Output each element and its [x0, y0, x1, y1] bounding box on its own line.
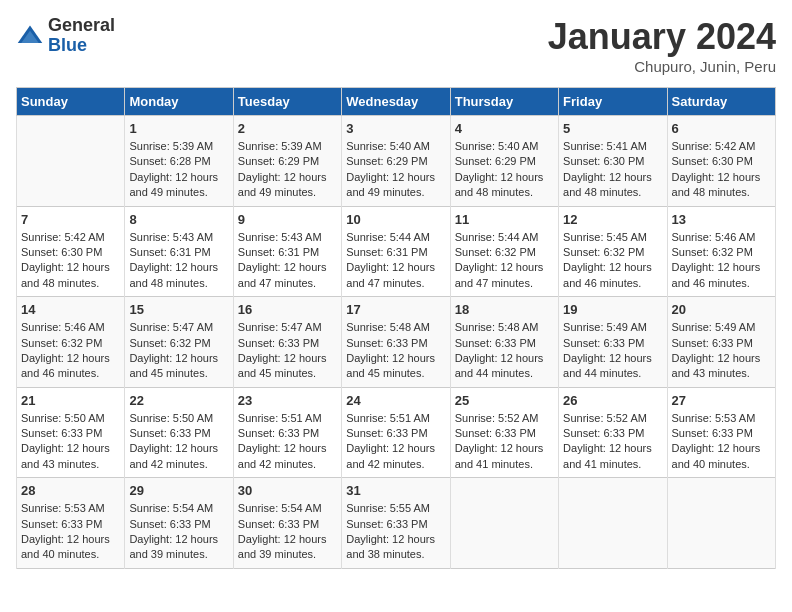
calendar-cell: 4Sunrise: 5:40 AM Sunset: 6:29 PM Daylig… — [450, 116, 558, 207]
day-number: 6 — [672, 121, 771, 136]
calendar-cell — [559, 478, 667, 569]
calendar-cell: 29Sunrise: 5:54 AM Sunset: 6:33 PM Dayli… — [125, 478, 233, 569]
day-number: 12 — [563, 212, 662, 227]
page-header: General Blue January 2024 Chupuro, Junin… — [16, 16, 776, 75]
logo-general: General — [48, 16, 115, 36]
day-number: 16 — [238, 302, 337, 317]
col-header-wednesday: Wednesday — [342, 88, 450, 116]
week-row-4: 21Sunrise: 5:50 AM Sunset: 6:33 PM Dayli… — [17, 387, 776, 478]
calendar-cell: 26Sunrise: 5:52 AM Sunset: 6:33 PM Dayli… — [559, 387, 667, 478]
day-info: Sunrise: 5:40 AM Sunset: 6:29 PM Dayligh… — [455, 139, 554, 201]
calendar-cell: 15Sunrise: 5:47 AM Sunset: 6:32 PM Dayli… — [125, 297, 233, 388]
calendar-cell: 20Sunrise: 5:49 AM Sunset: 6:33 PM Dayli… — [667, 297, 775, 388]
calendar-cell: 7Sunrise: 5:42 AM Sunset: 6:30 PM Daylig… — [17, 206, 125, 297]
week-row-3: 14Sunrise: 5:46 AM Sunset: 6:32 PM Dayli… — [17, 297, 776, 388]
day-info: Sunrise: 5:55 AM Sunset: 6:33 PM Dayligh… — [346, 501, 445, 563]
calendar-cell: 31Sunrise: 5:55 AM Sunset: 6:33 PM Dayli… — [342, 478, 450, 569]
calendar-cell: 21Sunrise: 5:50 AM Sunset: 6:33 PM Dayli… — [17, 387, 125, 478]
day-number: 2 — [238, 121, 337, 136]
week-row-5: 28Sunrise: 5:53 AM Sunset: 6:33 PM Dayli… — [17, 478, 776, 569]
logo-blue-text: Blue — [48, 36, 115, 56]
day-info: Sunrise: 5:47 AM Sunset: 6:32 PM Dayligh… — [129, 320, 228, 382]
day-number: 7 — [21, 212, 120, 227]
header-row: SundayMondayTuesdayWednesdayThursdayFrid… — [17, 88, 776, 116]
calendar-cell: 9Sunrise: 5:43 AM Sunset: 6:31 PM Daylig… — [233, 206, 341, 297]
col-header-thursday: Thursday — [450, 88, 558, 116]
day-info: Sunrise: 5:43 AM Sunset: 6:31 PM Dayligh… — [129, 230, 228, 292]
calendar-cell: 5Sunrise: 5:41 AM Sunset: 6:30 PM Daylig… — [559, 116, 667, 207]
day-info: Sunrise: 5:49 AM Sunset: 6:33 PM Dayligh… — [672, 320, 771, 382]
day-number: 4 — [455, 121, 554, 136]
col-header-tuesday: Tuesday — [233, 88, 341, 116]
day-info: Sunrise: 5:46 AM Sunset: 6:32 PM Dayligh… — [672, 230, 771, 292]
calendar-cell — [450, 478, 558, 569]
week-row-1: 1Sunrise: 5:39 AM Sunset: 6:28 PM Daylig… — [17, 116, 776, 207]
day-number: 28 — [21, 483, 120, 498]
day-number: 20 — [672, 302, 771, 317]
day-info: Sunrise: 5:49 AM Sunset: 6:33 PM Dayligh… — [563, 320, 662, 382]
day-number: 10 — [346, 212, 445, 227]
calendar-table: SundayMondayTuesdayWednesdayThursdayFrid… — [16, 87, 776, 569]
calendar-cell: 18Sunrise: 5:48 AM Sunset: 6:33 PM Dayli… — [450, 297, 558, 388]
day-info: Sunrise: 5:47 AM Sunset: 6:33 PM Dayligh… — [238, 320, 337, 382]
day-number: 11 — [455, 212, 554, 227]
month-title: January 2024 — [548, 16, 776, 58]
day-number: 25 — [455, 393, 554, 408]
calendar-cell: 13Sunrise: 5:46 AM Sunset: 6:32 PM Dayli… — [667, 206, 775, 297]
calendar-cell: 11Sunrise: 5:44 AM Sunset: 6:32 PM Dayli… — [450, 206, 558, 297]
week-row-2: 7Sunrise: 5:42 AM Sunset: 6:30 PM Daylig… — [17, 206, 776, 297]
calendar-cell: 10Sunrise: 5:44 AM Sunset: 6:31 PM Dayli… — [342, 206, 450, 297]
day-number: 31 — [346, 483, 445, 498]
col-header-monday: Monday — [125, 88, 233, 116]
calendar-cell: 30Sunrise: 5:54 AM Sunset: 6:33 PM Dayli… — [233, 478, 341, 569]
col-header-saturday: Saturday — [667, 88, 775, 116]
day-info: Sunrise: 5:39 AM Sunset: 6:28 PM Dayligh… — [129, 139, 228, 201]
calendar-cell — [17, 116, 125, 207]
day-number: 5 — [563, 121, 662, 136]
calendar-cell: 28Sunrise: 5:53 AM Sunset: 6:33 PM Dayli… — [17, 478, 125, 569]
calendar-cell: 3Sunrise: 5:40 AM Sunset: 6:29 PM Daylig… — [342, 116, 450, 207]
day-info: Sunrise: 5:52 AM Sunset: 6:33 PM Dayligh… — [563, 411, 662, 473]
day-info: Sunrise: 5:52 AM Sunset: 6:33 PM Dayligh… — [455, 411, 554, 473]
day-info: Sunrise: 5:42 AM Sunset: 6:30 PM Dayligh… — [672, 139, 771, 201]
day-number: 13 — [672, 212, 771, 227]
logo-text: General Blue — [48, 16, 115, 56]
location-subtitle: Chupuro, Junin, Peru — [548, 58, 776, 75]
day-number: 3 — [346, 121, 445, 136]
day-number: 27 — [672, 393, 771, 408]
calendar-cell: 19Sunrise: 5:49 AM Sunset: 6:33 PM Dayli… — [559, 297, 667, 388]
day-number: 17 — [346, 302, 445, 317]
day-info: Sunrise: 5:51 AM Sunset: 6:33 PM Dayligh… — [346, 411, 445, 473]
day-number: 23 — [238, 393, 337, 408]
day-number: 14 — [21, 302, 120, 317]
day-number: 30 — [238, 483, 337, 498]
title-block: January 2024 Chupuro, Junin, Peru — [548, 16, 776, 75]
day-info: Sunrise: 5:45 AM Sunset: 6:32 PM Dayligh… — [563, 230, 662, 292]
logo-icon — [16, 22, 44, 50]
calendar-cell: 1Sunrise: 5:39 AM Sunset: 6:28 PM Daylig… — [125, 116, 233, 207]
day-number: 19 — [563, 302, 662, 317]
day-info: Sunrise: 5:50 AM Sunset: 6:33 PM Dayligh… — [21, 411, 120, 473]
calendar-cell — [667, 478, 775, 569]
calendar-cell: 14Sunrise: 5:46 AM Sunset: 6:32 PM Dayli… — [17, 297, 125, 388]
day-number: 9 — [238, 212, 337, 227]
calendar-cell: 22Sunrise: 5:50 AM Sunset: 6:33 PM Dayli… — [125, 387, 233, 478]
calendar-cell: 24Sunrise: 5:51 AM Sunset: 6:33 PM Dayli… — [342, 387, 450, 478]
calendar-cell: 8Sunrise: 5:43 AM Sunset: 6:31 PM Daylig… — [125, 206, 233, 297]
col-header-friday: Friday — [559, 88, 667, 116]
day-number: 8 — [129, 212, 228, 227]
col-header-sunday: Sunday — [17, 88, 125, 116]
calendar-cell: 25Sunrise: 5:52 AM Sunset: 6:33 PM Dayli… — [450, 387, 558, 478]
day-info: Sunrise: 5:46 AM Sunset: 6:32 PM Dayligh… — [21, 320, 120, 382]
day-info: Sunrise: 5:51 AM Sunset: 6:33 PM Dayligh… — [238, 411, 337, 473]
day-info: Sunrise: 5:44 AM Sunset: 6:32 PM Dayligh… — [455, 230, 554, 292]
day-number: 18 — [455, 302, 554, 317]
logo: General Blue — [16, 16, 115, 56]
calendar-cell: 6Sunrise: 5:42 AM Sunset: 6:30 PM Daylig… — [667, 116, 775, 207]
day-info: Sunrise: 5:48 AM Sunset: 6:33 PM Dayligh… — [346, 320, 445, 382]
day-info: Sunrise: 5:48 AM Sunset: 6:33 PM Dayligh… — [455, 320, 554, 382]
day-info: Sunrise: 5:43 AM Sunset: 6:31 PM Dayligh… — [238, 230, 337, 292]
day-info: Sunrise: 5:53 AM Sunset: 6:33 PM Dayligh… — [21, 501, 120, 563]
day-info: Sunrise: 5:39 AM Sunset: 6:29 PM Dayligh… — [238, 139, 337, 201]
day-info: Sunrise: 5:41 AM Sunset: 6:30 PM Dayligh… — [563, 139, 662, 201]
